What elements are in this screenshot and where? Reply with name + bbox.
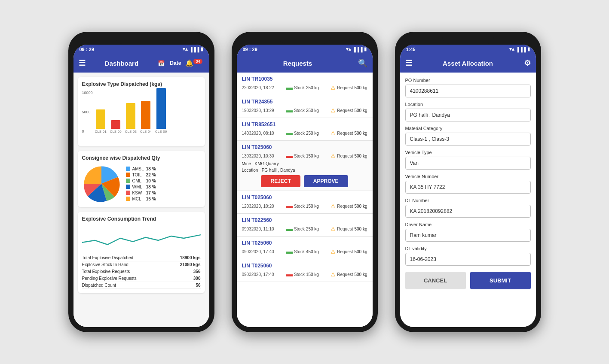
trend-title: Explosive Consumption Trend bbox=[82, 216, 201, 222]
vehicle-number-input[interactable] bbox=[405, 181, 531, 194]
requests-content: LIN TR10035 22032020, 18:22 ▬ Stock 250 … bbox=[237, 73, 373, 327]
bar-4 bbox=[141, 101, 150, 129]
request-header-7: LIN T025060 bbox=[242, 240, 367, 246]
expand-location: Location PG halli , Dandya bbox=[242, 168, 367, 173]
phone-top-3 bbox=[400, 37, 536, 42]
bar-label-2: CLS-05 bbox=[110, 130, 122, 133]
legend-ksw: KSW 17 % bbox=[126, 191, 156, 195]
stock-icon-2: ▬ bbox=[286, 106, 293, 114]
bar-3 bbox=[126, 103, 135, 129]
cancel-button[interactable]: CANCEL bbox=[405, 272, 466, 289]
request-row2-7: 09032020, 17:40 ▬ Stock 450 kg ⚠ Request… bbox=[242, 248, 367, 255]
bar-cls06: CLS-06 bbox=[155, 88, 167, 133]
allocation-content: PO Number Location Material Category Veh… bbox=[400, 73, 536, 327]
po-number-input[interactable] bbox=[405, 85, 531, 97]
warn-icon-7: ⚠ bbox=[331, 249, 336, 255]
menu-icon-3[interactable]: ☰ bbox=[405, 58, 412, 68]
phone-top-2 bbox=[237, 37, 373, 42]
stock-icon-1: ▬ bbox=[286, 84, 293, 91]
request-header-4: LIN T025060 bbox=[242, 144, 367, 150]
request-item-3[interactable]: LIN TR852651 14032020, 08:10 ▬ Stock 250… bbox=[237, 118, 373, 141]
request-item-8[interactable]: LIN T025060 09032020, 17:40 ▬ Stock 150 … bbox=[237, 259, 373, 282]
dl-number-input[interactable] bbox=[405, 205, 531, 218]
request-header-3: LIN TR852651 bbox=[242, 121, 367, 127]
request-row2-2: 19032020, 13:29 ▬ Stock 250 kg ⚠ Request… bbox=[242, 106, 367, 114]
legend-dot-gml bbox=[126, 179, 130, 183]
request-item-6[interactable]: LIN T022560 09032020, 11:10 ▬ Stock 250 … bbox=[237, 214, 373, 237]
calendar-icon[interactable]: 📅 bbox=[158, 60, 165, 67]
request-item-1[interactable]: LIN TR10035 22032020, 18:22 ▬ Stock 250 … bbox=[237, 73, 373, 95]
stat-label: Dispatched Count bbox=[82, 283, 116, 288]
reject-button[interactable]: REJECT bbox=[261, 175, 300, 187]
pie-chart-card: Consignee wise Dispatched Qty bbox=[78, 151, 205, 207]
form-group-vehicle-number: Vehicle Number bbox=[405, 174, 531, 194]
request-header-2: LIN TR24855 bbox=[242, 99, 367, 105]
dl-validity-input[interactable] bbox=[405, 253, 531, 266]
wifi-icon-2: ▾▴ bbox=[346, 46, 351, 52]
request-area-1: ⚠ Request 500 kg bbox=[331, 85, 367, 91]
warn-icon-4: ⚠ bbox=[331, 153, 336, 159]
stock-icon-3: ▬ bbox=[286, 129, 293, 137]
status-bar-2: 09 : 29 ▾▴ ▐▐▐ ▮ bbox=[237, 45, 373, 54]
stat-pending-requests: Pending Explosive Requests 300 bbox=[82, 275, 201, 282]
driver-name-input[interactable] bbox=[405, 229, 531, 242]
material-category-input[interactable] bbox=[405, 133, 531, 146]
location-label: Location bbox=[405, 102, 531, 107]
po-number-label: PO Number bbox=[405, 78, 531, 83]
request-item-5[interactable]: LIN T025060 12032020, 10:20 ▬ Stock 150 … bbox=[237, 191, 373, 214]
req-date-4: 13032020, 10:30 bbox=[242, 154, 274, 158]
approve-button[interactable]: APPROVE bbox=[304, 175, 348, 187]
bar-chart-area: CLS-01 CLS-05 CLS-03 CLS-04 bbox=[82, 91, 201, 133]
stat-label: Pending Explosive Requests bbox=[82, 276, 137, 281]
request-header-5: LIN T025060 bbox=[242, 194, 367, 200]
bar-cls05: CLS-05 bbox=[110, 120, 122, 133]
warn-icon-2: ⚠ bbox=[331, 107, 336, 114]
stock-icon-5: ▬ bbox=[286, 202, 293, 210]
trend-card: Explosive Consumption Trend Total Explos… bbox=[78, 212, 205, 293]
request-area-5: ⚠ Request 500 kg bbox=[331, 203, 367, 209]
bar-chart: 10000 5000 0 CLS-01 CLS-05 bbox=[82, 91, 201, 142]
request-row2-1: 22032020, 18:22 ▬ Stock 250 kg ⚠ Request… bbox=[242, 84, 367, 91]
stock-area-1: ▬ Stock 250 kg bbox=[286, 84, 319, 91]
stock-icon-4: ▬ bbox=[286, 152, 293, 160]
y-axis: 10000 5000 0 bbox=[82, 91, 93, 133]
menu-icon[interactable]: ☰ bbox=[79, 58, 86, 68]
vehicle-type-input[interactable] bbox=[405, 157, 531, 170]
stat-value: 356 bbox=[193, 269, 201, 274]
pie-legend: AMSL 18 % TOIL 22 % GML 10 % bbox=[126, 167, 156, 201]
notification-area[interactable]: 🔔 34 bbox=[185, 59, 204, 67]
form-group-location: Location bbox=[405, 102, 531, 121]
request-area-7: ⚠ Request 500 kg bbox=[331, 249, 367, 255]
request-id-7: LIN T025060 bbox=[242, 240, 272, 246]
vehicle-type-label: Vehicle Type bbox=[405, 150, 531, 155]
filter-icon[interactable]: ⚙ bbox=[524, 58, 531, 68]
status-time-3: 1:45 bbox=[406, 47, 416, 52]
notch-2 bbox=[279, 34, 331, 44]
screen-allocation: 1:45 ▾▴ ▐▐▐ ▮ ☰ Asset Allocation ⚙ PO Nu… bbox=[400, 45, 536, 327]
search-icon[interactable]: 🔍 bbox=[358, 58, 367, 68]
request-item-4[interactable]: LIN T025060 13032020, 10:30 ▬ Stock 150 … bbox=[237, 141, 373, 191]
request-area-4: ⚠ Request 500 kg bbox=[331, 153, 367, 159]
submit-button[interactable]: SUBMIT bbox=[470, 272, 531, 289]
legend-dot-amsl bbox=[126, 167, 130, 171]
legend-dot-ksw bbox=[126, 191, 130, 195]
signal-icon: ▐▐▐ bbox=[189, 47, 199, 52]
dl-number-label: DL Number bbox=[405, 198, 531, 203]
req-date-5: 12032020, 10:20 bbox=[242, 204, 274, 209]
pie-chart-title: Consignee wise Dispatched Qty bbox=[82, 155, 201, 161]
location-input[interactable] bbox=[405, 109, 531, 121]
legend-mcl: MCL 15 % bbox=[126, 197, 156, 201]
date-btn[interactable]: Date bbox=[170, 60, 181, 66]
bar-2 bbox=[111, 120, 120, 129]
battery-icon-2: ▮ bbox=[364, 46, 367, 52]
req-date-2: 19032020, 13:29 bbox=[242, 108, 274, 113]
req-date-8: 09032020, 17:40 bbox=[242, 272, 274, 277]
request-item-2[interactable]: LIN TR24855 19032020, 13:29 ▬ Stock 250 … bbox=[237, 95, 373, 118]
stock-area-6: ▬ Stock 250 kg bbox=[286, 225, 319, 233]
request-header-8: LIN T025060 bbox=[242, 263, 367, 269]
request-header-1: LIN TR10035 bbox=[242, 76, 367, 82]
bar-5 bbox=[156, 88, 166, 129]
warn-icon-3: ⚠ bbox=[331, 130, 336, 136]
request-id-3: LIN TR852651 bbox=[242, 121, 276, 127]
request-item-7[interactable]: LIN T025060 09032020, 17:40 ▬ Stock 450 … bbox=[237, 237, 373, 259]
